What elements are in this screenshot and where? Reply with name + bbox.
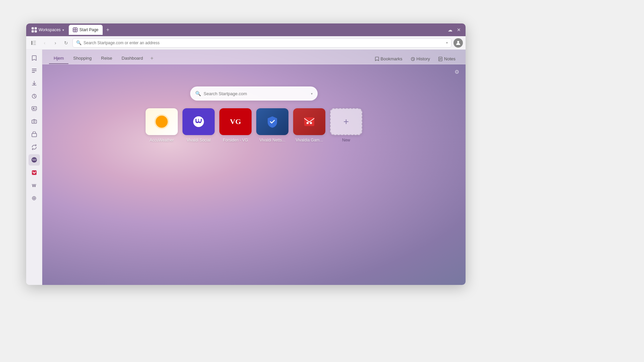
address-bar[interactable]: 🔍 ▾ bbox=[72, 38, 451, 48]
sidebar-toggle-button[interactable] bbox=[29, 38, 38, 48]
search-icon: 🔍 bbox=[76, 40, 82, 45]
speeddial-tile-vivaldi-social bbox=[182, 108, 215, 135]
speeddial-label-vivaldi-social: Vivaldi Social bbox=[186, 138, 210, 142]
tab-shopping[interactable]: Shopping bbox=[68, 53, 96, 64]
svg-point-4 bbox=[457, 41, 459, 43]
profile-button[interactable] bbox=[453, 38, 463, 48]
svg-rect-11 bbox=[35, 108, 36, 108]
tab-title: Start Page bbox=[79, 27, 99, 32]
sidebar-item-history[interactable] bbox=[29, 90, 40, 102]
nav-bar: ‹ › ↻ 🔍 ▾ bbox=[26, 36, 466, 50]
svg-rect-1 bbox=[33, 41, 36, 42]
speeddial-label-vivaldia: Vivaldia Gam... bbox=[296, 138, 323, 142]
background-gradient bbox=[42, 50, 466, 285]
search-container: 🔍 ▾ bbox=[190, 86, 318, 101]
speeddial-tile-vivaldia bbox=[293, 108, 325, 135]
speeddial-item-new[interactable]: + New bbox=[330, 108, 362, 142]
notes-tab[interactable]: Notes bbox=[435, 55, 459, 63]
sidebar-item-sync[interactable] bbox=[29, 141, 40, 153]
workspaces-label: Workspaces bbox=[39, 27, 61, 32]
speeddial-tile-forsiden-vg: VG bbox=[219, 108, 252, 135]
workspaces-icon bbox=[32, 27, 37, 33]
speeddial-label-forsiden-vg: Forsiden - VG bbox=[223, 138, 248, 142]
tab-dashboard[interactable]: Dashboard bbox=[117, 53, 148, 64]
sidebar-item-pocket[interactable] bbox=[29, 167, 40, 178]
svg-point-15 bbox=[33, 121, 35, 123]
reload-button[interactable]: ↻ bbox=[62, 39, 70, 47]
active-tab[interactable]: Start Page bbox=[69, 25, 103, 35]
speeddial-tabs: Hjem Shopping Reise Dashboard + Bookmark… bbox=[42, 50, 466, 64]
address-input[interactable] bbox=[84, 41, 444, 45]
title-bar: Workspaces ▾ Start Page + ☁ ✕ bbox=[26, 23, 466, 36]
tab-reise[interactable]: Reise bbox=[96, 53, 117, 64]
bookmarks-tab[interactable]: Bookmarks bbox=[371, 55, 406, 63]
search-dropdown-icon[interactable]: ▾ bbox=[311, 92, 313, 96]
svg-rect-12 bbox=[35, 109, 36, 109]
speeddial-item-vivaldia[interactable]: Vivaldia Gam... bbox=[293, 108, 325, 142]
speeddial-grid: AccuWeather Vivaldi Social VG bbox=[146, 108, 362, 142]
svg-rect-24 bbox=[307, 122, 309, 124]
svg-rect-6 bbox=[32, 70, 37, 71]
speeddial-label-new: New bbox=[342, 138, 350, 142]
sidebar-item-sessions[interactable] bbox=[29, 103, 40, 115]
svg-rect-25 bbox=[310, 122, 312, 124]
speeddial-item-vivaldi-social[interactable]: Vivaldi Social bbox=[182, 108, 215, 142]
speeddial-item-accuweather[interactable]: AccuWeather bbox=[146, 108, 178, 142]
speeddial-tile-vivaldi-netts bbox=[256, 108, 288, 135]
speeddial-label-accuweather: AccuWeather bbox=[150, 138, 174, 142]
search-icon: 🔍 bbox=[195, 91, 201, 96]
right-tabs: Bookmarks History bbox=[371, 55, 459, 64]
sidebar-item-bookmarks[interactable] bbox=[29, 52, 40, 64]
title-bar-actions: ☁ ✕ bbox=[447, 26, 462, 33]
svg-rect-7 bbox=[32, 72, 35, 73]
sidebar-item-wikipedia[interactable]: W bbox=[29, 180, 40, 191]
svg-rect-17 bbox=[32, 170, 37, 175]
page-content: Hjem Shopping Reise Dashboard + Bookmark… bbox=[42, 50, 466, 285]
speeddial-item-forsiden-vg[interactable]: VG Forsiden - VG bbox=[219, 108, 252, 142]
notes-tab-label: Notes bbox=[444, 56, 455, 61]
search-box[interactable]: 🔍 ▾ bbox=[190, 86, 318, 101]
address-dropdown-icon[interactable]: ▾ bbox=[446, 41, 448, 45]
chevron-down-icon: ▾ bbox=[62, 28, 64, 32]
tab-hjem[interactable]: Hjem bbox=[49, 53, 68, 64]
sun-icon bbox=[156, 116, 168, 128]
browser-window: Workspaces ▾ Start Page + ☁ ✕ bbox=[26, 23, 466, 285]
svg-rect-13 bbox=[32, 111, 36, 111]
sidebar-item-screenshots[interactable] bbox=[29, 116, 40, 127]
sidebar-item-stash[interactable] bbox=[29, 129, 40, 140]
speeddial-tile-new: + bbox=[330, 108, 362, 135]
tab-favicon bbox=[73, 27, 77, 32]
vg-logo-text: VG bbox=[230, 117, 241, 126]
save-page-icon[interactable]: ☁ bbox=[447, 26, 453, 33]
svg-rect-0 bbox=[31, 41, 33, 45]
svg-rect-5 bbox=[32, 69, 37, 69]
new-tab-button[interactable]: + bbox=[104, 26, 112, 34]
svg-rect-2 bbox=[33, 43, 36, 43]
speeddial-item-vivaldi-netts[interactable]: Vivaldi Netts... bbox=[256, 108, 288, 142]
svg-rect-3 bbox=[33, 44, 36, 45]
sidebar-item-add-panel[interactable]: ⊕ bbox=[29, 192, 40, 204]
svg-rect-14 bbox=[32, 120, 37, 123]
history-tab[interactable]: History bbox=[407, 55, 433, 63]
workspaces-button[interactable]: Workspaces ▾ bbox=[30, 26, 66, 34]
back-button[interactable]: ‹ bbox=[40, 39, 49, 47]
sidebar: W ⊕ bbox=[26, 50, 42, 285]
search-input[interactable] bbox=[204, 91, 308, 96]
bookmarks-tab-label: Bookmarks bbox=[381, 56, 402, 61]
sidebar-item-downloads[interactable] bbox=[29, 78, 40, 89]
sidebar-item-mastodon[interactable] bbox=[29, 154, 40, 166]
speeddial-tile-accuweather bbox=[146, 108, 178, 135]
settings-button[interactable]: ⚙ bbox=[452, 67, 462, 76]
svg-rect-16 bbox=[32, 133, 37, 137]
svg-rect-10 bbox=[33, 108, 34, 109]
tab-bar: Start Page + bbox=[69, 25, 444, 35]
forward-button[interactable]: › bbox=[51, 39, 60, 47]
main-content: W ⊕ Hjem Shopping Reise Dashboard + bbox=[26, 50, 466, 285]
speeddial-label-vivaldi-netts: Vivaldi Netts... bbox=[260, 138, 285, 142]
add-speeddial-icon: + bbox=[343, 116, 349, 127]
add-speeddial-tab-button[interactable]: + bbox=[148, 53, 156, 64]
history-tab-label: History bbox=[417, 56, 430, 61]
close-icon[interactable]: ✕ bbox=[455, 26, 462, 33]
sidebar-item-reading-list[interactable] bbox=[29, 65, 40, 76]
